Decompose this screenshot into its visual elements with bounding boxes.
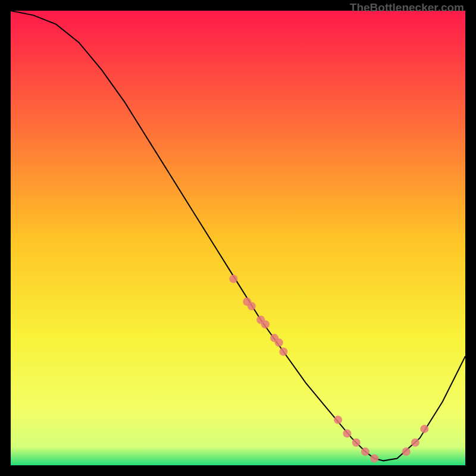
data-point [352,439,361,447]
data-point [261,320,270,328]
data-point [334,416,342,424]
data-point [275,339,283,347]
data-point [402,447,411,456]
plot-area [11,11,465,465]
data-point [229,275,237,283]
chart-container: TheBottlenecker.com [0,0,476,476]
data-point [370,455,378,463]
data-point [248,302,256,311]
chart-svg [11,11,465,465]
data-point [343,430,351,438]
gradient-background [11,11,465,465]
data-point [279,347,287,356]
data-point [361,447,369,456]
watermark-text: TheBottlenecker.com [350,1,464,14]
data-point [420,425,428,433]
data-point [411,439,419,447]
